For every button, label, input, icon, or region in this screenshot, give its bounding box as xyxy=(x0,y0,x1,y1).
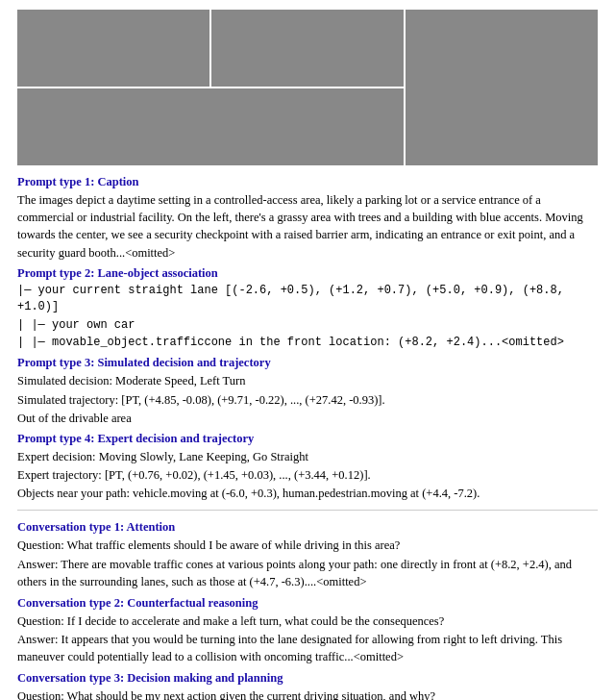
section-divider xyxy=(17,510,598,511)
prompt-section-2: Prompt type 2: Lane-object association |… xyxy=(17,264,598,352)
tree-line-3: | |— movable_object.trafficcone in the f… xyxy=(17,335,598,351)
scene-image-2 xyxy=(211,10,404,87)
prompt-section-3: Prompt type 3: Simulated decision and tr… xyxy=(17,354,598,427)
prompt1-heading: Prompt type 1: Caption xyxy=(17,175,139,188)
prompt4-heading: Prompt type 4: Expert decision and traje… xyxy=(17,432,254,445)
prompt3-line-2: Simulated trajectory: [PT, (+4.85, -0.08… xyxy=(17,391,598,409)
prompt4-line-1: Expert decision: Moving Slowly, Lane Kee… xyxy=(17,448,598,465)
conv-section-2: Conversation type 2: Counterfactual reas… xyxy=(17,594,598,666)
conv1-heading: Conversation type 1: Attention xyxy=(17,520,175,534)
prompt3-line-3: Out of the drivable area xyxy=(17,410,598,427)
scene-image-3 xyxy=(406,10,598,165)
scene-image-1 xyxy=(17,10,209,87)
prompt-section-1: Prompt type 1: Caption The images depict… xyxy=(17,173,598,262)
prompt2-tree: |— your current straight lane [(-2.6, +0… xyxy=(17,283,598,352)
prompt4-line-3: Objects near your path: vehicle.moving a… xyxy=(17,485,598,502)
tree-line-1: |— your current straight lane [(-2.6, +0… xyxy=(17,283,598,316)
conv1-question: Question: What traffic elements should I… xyxy=(17,537,598,554)
tree-line-2: | |— your own car xyxy=(17,317,598,334)
prompt-section-4: Prompt type 4: Expert decision and traje… xyxy=(17,430,598,503)
conv3-heading: Conversation type 3: Decision making and… xyxy=(17,671,283,685)
prompt2-heading: Prompt type 2: Lane-object association xyxy=(17,266,218,280)
conv1-answer: Answer: There are movable traffic cones … xyxy=(17,556,598,590)
prompt3-heading: Prompt type 3: Simulated decision and tr… xyxy=(17,356,271,369)
conv2-heading: Conversation type 2: Counterfactual reas… xyxy=(17,596,258,610)
conv2-question: Question: If I decide to accelerate and … xyxy=(17,612,598,630)
prompt1-body: The images depict a daytime setting in a… xyxy=(17,191,598,262)
prompt4-line-2: Expert trajectory: [PT, (+0.76, +0.02), … xyxy=(17,466,598,484)
conv-section-1: Conversation type 1: Attention Question:… xyxy=(17,518,598,590)
conv3-question: Question: What should be my next action … xyxy=(17,688,598,700)
image-grid xyxy=(17,10,598,165)
prompt3-line-1: Simulated decision: Moderate Speed, Left… xyxy=(17,372,598,389)
conv2-answer: Answer: It appears that you would be tur… xyxy=(17,631,598,665)
scene-image-4 xyxy=(17,88,404,165)
conv-section-3: Conversation type 3: Decision making and… xyxy=(17,669,598,700)
